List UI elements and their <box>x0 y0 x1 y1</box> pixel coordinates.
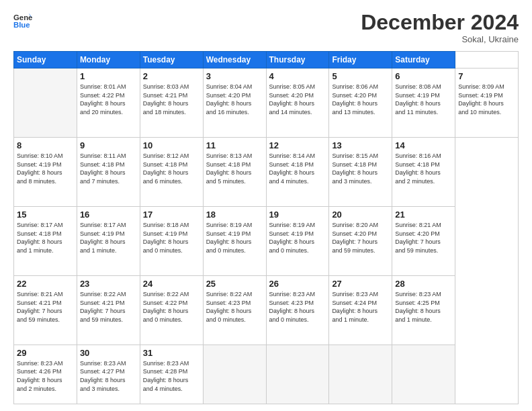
day-detail: Sunrise: 8:17 AMSunset: 4:19 PMDaylight:… <box>80 222 126 254</box>
calendar-day-cell <box>203 345 266 404</box>
empty-cell <box>14 68 77 138</box>
day-detail: Sunrise: 8:18 AMSunset: 4:19 PMDaylight:… <box>143 222 189 254</box>
logo: General Blue <box>13 11 32 30</box>
calendar-day-cell: 4 Sunrise: 8:05 AMSunset: 4:20 PMDayligh… <box>266 68 329 138</box>
weekday-header: Saturday <box>392 52 455 68</box>
calendar-day-cell: 19 Sunrise: 8:19 AMSunset: 4:19 PMDaylig… <box>266 207 329 276</box>
calendar-day-cell: 15 Sunrise: 8:17 AMSunset: 4:18 PMDaylig… <box>14 207 77 276</box>
day-number: 23 <box>80 279 137 289</box>
weekday-header: Monday <box>77 52 140 68</box>
day-number: 2 <box>143 71 200 81</box>
calendar-day-cell: 27 Sunrise: 8:23 AMSunset: 4:24 PMDaylig… <box>329 275 392 345</box>
calendar-day-cell: 10 Sunrise: 8:12 AMSunset: 4:18 PMDaylig… <box>140 138 203 207</box>
day-number: 12 <box>269 140 326 150</box>
day-detail: Sunrise: 8:23 AMSunset: 4:28 PMDaylight:… <box>143 360 189 392</box>
month-title: December 2024 <box>361 11 519 34</box>
weekday-header: Friday <box>329 52 392 68</box>
day-detail: Sunrise: 8:22 AMSunset: 4:23 PMDaylight:… <box>206 291 253 323</box>
calendar-day-cell: 16 Sunrise: 8:17 AMSunset: 4:19 PMDaylig… <box>77 207 140 276</box>
day-detail: Sunrise: 8:15 AMSunset: 4:18 PMDaylight:… <box>332 152 378 185</box>
day-number: 1 <box>80 71 137 81</box>
day-detail: Sunrise: 8:19 AMSunset: 4:19 PMDaylight:… <box>269 222 316 254</box>
day-detail: Sunrise: 8:14 AMSunset: 4:18 PMDaylight:… <box>269 152 316 185</box>
calendar-header-row: SundayMondayTuesdayWednesdayThursdayFrid… <box>14 52 519 68</box>
calendar-day-cell <box>392 345 455 404</box>
calendar-day-cell: 20 Sunrise: 8:20 AMSunset: 4:20 PMDaylig… <box>329 207 392 276</box>
day-detail: Sunrise: 8:03 AMSunset: 4:21 PMDaylight:… <box>143 83 189 116</box>
calendar-day-cell: 18 Sunrise: 8:19 AMSunset: 4:19 PMDaylig… <box>203 207 266 276</box>
day-detail: Sunrise: 8:23 AMSunset: 4:27 PMDaylight:… <box>80 360 126 392</box>
day-number: 25 <box>206 279 263 289</box>
day-detail: Sunrise: 8:20 AMSunset: 4:20 PMDaylight:… <box>332 222 378 254</box>
day-number: 24 <box>143 279 200 289</box>
svg-text:Blue: Blue <box>13 21 30 29</box>
day-number: 14 <box>395 140 452 150</box>
weekday-header: Wednesday <box>203 52 266 68</box>
day-number: 18 <box>206 210 263 220</box>
day-detail: Sunrise: 8:23 AMSunset: 4:25 PMDaylight:… <box>395 291 441 323</box>
day-number: 21 <box>395 210 452 220</box>
calendar-day-cell: 25 Sunrise: 8:22 AMSunset: 4:23 PMDaylig… <box>203 275 266 345</box>
day-detail: Sunrise: 8:05 AMSunset: 4:20 PMDaylight:… <box>269 83 316 116</box>
calendar-day-cell: 30 Sunrise: 8:23 AMSunset: 4:27 PMDaylig… <box>77 345 140 404</box>
calendar-table: SundayMondayTuesdayWednesdayThursdayFrid… <box>13 51 519 404</box>
calendar-week-row: 22 Sunrise: 8:21 AMSunset: 4:21 PMDaylig… <box>14 275 519 345</box>
weekday-header: Tuesday <box>140 52 203 68</box>
calendar-day-cell: 26 Sunrise: 8:23 AMSunset: 4:23 PMDaylig… <box>266 275 329 345</box>
day-number: 11 <box>206 140 263 150</box>
day-number: 5 <box>332 71 389 81</box>
calendar-day-cell: 17 Sunrise: 8:18 AMSunset: 4:19 PMDaylig… <box>140 207 203 276</box>
calendar-day-cell: 9 Sunrise: 8:11 AMSunset: 4:18 PMDayligh… <box>77 138 140 207</box>
day-number: 15 <box>17 210 74 220</box>
day-number: 31 <box>143 348 200 358</box>
day-number: 27 <box>332 279 389 289</box>
day-number: 7 <box>458 71 515 81</box>
calendar-day-cell: 31 Sunrise: 8:23 AMSunset: 4:28 PMDaylig… <box>140 345 203 404</box>
calendar-day-cell: 23 Sunrise: 8:22 AMSunset: 4:21 PMDaylig… <box>77 275 140 345</box>
day-detail: Sunrise: 8:12 AMSunset: 4:18 PMDaylight:… <box>143 152 189 185</box>
day-number: 6 <box>395 71 452 81</box>
day-number: 19 <box>269 210 326 220</box>
day-detail: Sunrise: 8:06 AMSunset: 4:20 PMDaylight:… <box>332 83 378 116</box>
day-detail: Sunrise: 8:23 AMSunset: 4:24 PMDaylight:… <box>332 291 378 323</box>
calendar-day-cell: 8 Sunrise: 8:10 AMSunset: 4:19 PMDayligh… <box>14 138 77 207</box>
calendar-day-cell: 24 Sunrise: 8:22 AMSunset: 4:22 PMDaylig… <box>140 275 203 345</box>
day-number: 4 <box>269 71 326 81</box>
day-number: 30 <box>80 348 137 358</box>
calendar-day-cell: 2 Sunrise: 8:03 AMSunset: 4:21 PMDayligh… <box>140 68 203 138</box>
day-detail: Sunrise: 8:21 AMSunset: 4:21 PMDaylight:… <box>17 291 63 323</box>
day-detail: Sunrise: 8:17 AMSunset: 4:18 PMDaylight:… <box>17 222 63 254</box>
day-number: 8 <box>17 140 74 150</box>
calendar-day-cell: 6 Sunrise: 8:08 AMSunset: 4:19 PMDayligh… <box>392 68 455 138</box>
weekday-header: Thursday <box>266 52 329 68</box>
day-number: 13 <box>332 140 389 150</box>
calendar-day-cell: 1 Sunrise: 8:01 AMSunset: 4:22 PMDayligh… <box>77 68 140 138</box>
calendar-day-cell <box>329 345 392 404</box>
calendar-day-cell: 11 Sunrise: 8:13 AMSunset: 4:18 PMDaylig… <box>203 138 266 207</box>
day-detail: Sunrise: 8:19 AMSunset: 4:19 PMDaylight:… <box>206 222 253 254</box>
day-detail: Sunrise: 8:22 AMSunset: 4:21 PMDaylight:… <box>80 291 126 323</box>
day-detail: Sunrise: 8:16 AMSunset: 4:18 PMDaylight:… <box>395 152 441 185</box>
title-block: December 2024 Sokal, Ukraine <box>361 11 519 44</box>
day-number: 10 <box>143 140 200 150</box>
calendar-day-cell: 3 Sunrise: 8:04 AMSunset: 4:20 PMDayligh… <box>203 68 266 138</box>
calendar-page: General Blue December 2024 Sokal, Ukrain… <box>0 0 532 411</box>
calendar-week-row: 15 Sunrise: 8:17 AMSunset: 4:18 PMDaylig… <box>14 207 519 276</box>
day-detail: Sunrise: 8:22 AMSunset: 4:22 PMDaylight:… <box>143 291 189 323</box>
day-number: 26 <box>269 279 326 289</box>
calendar-day-cell: 7 Sunrise: 8:09 AMSunset: 4:19 PMDayligh… <box>455 68 519 138</box>
day-number: 20 <box>332 210 389 220</box>
calendar-week-row: 1 Sunrise: 8:01 AMSunset: 4:22 PMDayligh… <box>14 68 519 138</box>
day-number: 9 <box>80 140 137 150</box>
calendar-day-cell: 12 Sunrise: 8:14 AMSunset: 4:18 PMDaylig… <box>266 138 329 207</box>
calendar-day-cell: 14 Sunrise: 8:16 AMSunset: 4:18 PMDaylig… <box>392 138 455 207</box>
day-detail: Sunrise: 8:09 AMSunset: 4:19 PMDaylight:… <box>458 83 504 116</box>
weekday-header: Sunday <box>14 52 77 68</box>
day-number: 28 <box>395 279 452 289</box>
day-detail: Sunrise: 8:11 AMSunset: 4:18 PMDaylight:… <box>80 152 126 185</box>
calendar-day-cell <box>266 345 329 404</box>
day-number: 16 <box>80 210 137 220</box>
day-detail: Sunrise: 8:01 AMSunset: 4:22 PMDaylight:… <box>80 83 126 116</box>
calendar-day-cell: 29 Sunrise: 8:23 AMSunset: 4:26 PMDaylig… <box>14 345 77 404</box>
calendar-week-row: 8 Sunrise: 8:10 AMSunset: 4:19 PMDayligh… <box>14 138 519 207</box>
